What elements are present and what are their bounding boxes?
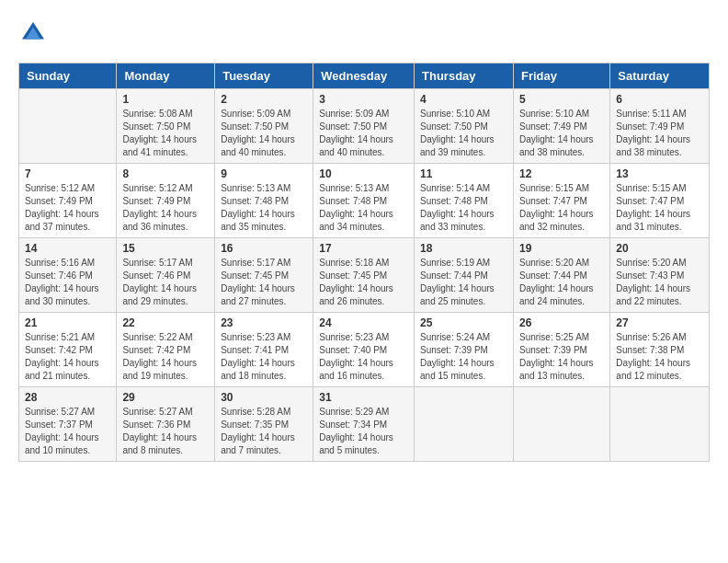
header-saturday: Saturday [610,63,710,89]
day-cell: 16Sunrise: 5:17 AMSunset: 7:45 PMDayligh… [215,238,313,313]
day-detail: Sunrise: 5:27 AMSunset: 7:37 PMDaylight:… [25,406,110,457]
day-detail: Sunrise: 5:15 AMSunset: 7:47 PMDaylight:… [616,182,703,234]
day-detail: Sunrise: 5:25 AMSunset: 7:39 PMDaylight:… [519,331,604,383]
header-sunday: Sunday [19,63,117,89]
header-friday: Friday [513,63,609,89]
day-cell: 15Sunrise: 5:17 AMSunset: 7:46 PMDayligh… [117,238,215,313]
day-number: 22 [122,316,209,329]
week-row-4: 21Sunrise: 5:21 AMSunset: 7:42 PMDayligh… [19,313,710,387]
day-cell: 6Sunrise: 5:11 AMSunset: 7:49 PMDaylight… [610,89,710,164]
day-number: 20 [616,242,703,255]
day-cell: 18Sunrise: 5:19 AMSunset: 7:44 PMDayligh… [415,238,514,313]
day-number: 23 [221,316,307,329]
day-cell: 26Sunrise: 5:25 AMSunset: 7:39 PMDayligh… [513,313,609,387]
day-number: 7 [25,167,110,180]
day-detail: Sunrise: 5:22 AMSunset: 7:42 PMDaylight:… [122,331,209,383]
day-number: 27 [616,316,703,329]
day-cell: 24Sunrise: 5:23 AMSunset: 7:40 PMDayligh… [313,313,415,387]
calendar-header-row: SundayMondayTuesdayWednesdayThursdayFrid… [19,63,710,89]
day-detail: Sunrise: 5:20 AMSunset: 7:44 PMDaylight:… [519,257,604,308]
day-number: 26 [519,316,604,329]
week-row-3: 14Sunrise: 5:16 AMSunset: 7:46 PMDayligh… [19,238,710,313]
day-number: 4 [420,93,507,106]
day-detail: Sunrise: 5:08 AMSunset: 7:50 PMDaylight:… [122,108,209,159]
day-detail: Sunrise: 5:11 AMSunset: 7:49 PMDaylight:… [616,108,703,159]
day-cell: 3Sunrise: 5:09 AMSunset: 7:50 PMDaylight… [313,89,415,164]
day-cell: 4Sunrise: 5:10 AMSunset: 7:50 PMDaylight… [415,89,514,164]
day-detail: Sunrise: 5:21 AMSunset: 7:42 PMDaylight:… [25,331,110,383]
day-detail: Sunrise: 5:27 AMSunset: 7:36 PMDaylight:… [122,406,209,457]
day-number: 30 [221,391,307,404]
day-detail: Sunrise: 5:09 AMSunset: 7:50 PMDaylight:… [221,108,307,159]
day-number: 1 [122,93,209,106]
day-cell: 31Sunrise: 5:29 AMSunset: 7:34 PMDayligh… [313,387,415,462]
day-number: 6 [616,93,703,106]
day-detail: Sunrise: 5:29 AMSunset: 7:34 PMDaylight:… [319,406,408,457]
day-detail: Sunrise: 5:28 AMSunset: 7:35 PMDaylight:… [221,406,307,457]
day-number: 3 [319,93,408,106]
day-cell [610,387,710,462]
day-cell: 8Sunrise: 5:12 AMSunset: 7:49 PMDaylight… [117,164,215,238]
day-detail: Sunrise: 5:10 AMSunset: 7:49 PMDaylight:… [519,108,604,159]
day-cell: 25Sunrise: 5:24 AMSunset: 7:39 PMDayligh… [415,313,514,387]
day-detail: Sunrise: 5:10 AMSunset: 7:50 PMDaylight:… [420,108,507,159]
week-row-5: 28Sunrise: 5:27 AMSunset: 7:37 PMDayligh… [19,387,710,462]
day-detail: Sunrise: 5:09 AMSunset: 7:50 PMDaylight:… [319,108,408,159]
day-cell: 17Sunrise: 5:18 AMSunset: 7:45 PMDayligh… [313,238,415,313]
day-detail: Sunrise: 5:16 AMSunset: 7:46 PMDaylight:… [25,257,110,308]
day-cell: 1Sunrise: 5:08 AMSunset: 7:50 PMDaylight… [117,89,215,164]
calendar-table: SundayMondayTuesdayWednesdayThursdayFrid… [18,63,710,462]
day-cell: 19Sunrise: 5:20 AMSunset: 7:44 PMDayligh… [513,238,609,313]
day-number: 15 [122,242,209,255]
day-cell [415,387,514,462]
day-number: 16 [221,242,307,255]
day-number: 2 [221,93,307,106]
day-detail: Sunrise: 5:17 AMSunset: 7:46 PMDaylight:… [122,257,209,308]
day-number: 11 [420,167,507,180]
logo [18,18,51,48]
day-cell: 20Sunrise: 5:20 AMSunset: 7:43 PMDayligh… [610,238,710,313]
day-cell: 29Sunrise: 5:27 AMSunset: 7:36 PMDayligh… [117,387,215,462]
day-number: 14 [25,242,110,255]
logo-icon [18,18,48,48]
day-cell: 21Sunrise: 5:21 AMSunset: 7:42 PMDayligh… [19,313,117,387]
day-cell: 22Sunrise: 5:22 AMSunset: 7:42 PMDayligh… [117,313,215,387]
day-detail: Sunrise: 5:18 AMSunset: 7:45 PMDaylight:… [319,257,408,308]
day-cell: 11Sunrise: 5:14 AMSunset: 7:48 PMDayligh… [415,164,514,238]
day-cell [513,387,609,462]
day-number: 10 [319,167,408,180]
day-detail: Sunrise: 5:17 AMSunset: 7:45 PMDaylight:… [221,257,307,308]
day-number: 31 [319,391,408,404]
day-cell: 7Sunrise: 5:12 AMSunset: 7:49 PMDaylight… [19,164,117,238]
day-number: 12 [519,167,604,180]
day-number: 25 [420,316,507,329]
day-detail: Sunrise: 5:19 AMSunset: 7:44 PMDaylight:… [420,257,507,308]
day-detail: Sunrise: 5:13 AMSunset: 7:48 PMDaylight:… [319,182,408,234]
day-cell: 9Sunrise: 5:13 AMSunset: 7:48 PMDaylight… [215,164,313,238]
header-monday: Monday [117,63,215,89]
day-detail: Sunrise: 5:26 AMSunset: 7:38 PMDaylight:… [616,331,703,383]
page-header [18,18,710,48]
header-wednesday: Wednesday [313,63,415,89]
day-detail: Sunrise: 5:15 AMSunset: 7:47 PMDaylight:… [519,182,604,234]
week-row-1: 1Sunrise: 5:08 AMSunset: 7:50 PMDaylight… [19,89,710,164]
day-number: 9 [221,167,307,180]
day-cell: 27Sunrise: 5:26 AMSunset: 7:38 PMDayligh… [610,313,710,387]
day-cell: 13Sunrise: 5:15 AMSunset: 7:47 PMDayligh… [610,164,710,238]
day-detail: Sunrise: 5:14 AMSunset: 7:48 PMDaylight:… [420,182,507,234]
day-cell: 12Sunrise: 5:15 AMSunset: 7:47 PMDayligh… [513,164,609,238]
day-number: 28 [25,391,110,404]
day-cell: 5Sunrise: 5:10 AMSunset: 7:49 PMDaylight… [513,89,609,164]
day-cell: 2Sunrise: 5:09 AMSunset: 7:50 PMDaylight… [215,89,313,164]
day-detail: Sunrise: 5:20 AMSunset: 7:43 PMDaylight:… [616,257,703,308]
day-detail: Sunrise: 5:24 AMSunset: 7:39 PMDaylight:… [420,331,507,383]
day-cell: 23Sunrise: 5:23 AMSunset: 7:41 PMDayligh… [215,313,313,387]
day-detail: Sunrise: 5:12 AMSunset: 7:49 PMDaylight:… [122,182,209,234]
day-number: 19 [519,242,604,255]
day-number: 29 [122,391,209,404]
day-detail: Sunrise: 5:23 AMSunset: 7:40 PMDaylight:… [319,331,408,383]
day-number: 21 [25,316,110,329]
day-number: 8 [122,167,209,180]
day-cell: 10Sunrise: 5:13 AMSunset: 7:48 PMDayligh… [313,164,415,238]
day-cell: 30Sunrise: 5:28 AMSunset: 7:35 PMDayligh… [215,387,313,462]
